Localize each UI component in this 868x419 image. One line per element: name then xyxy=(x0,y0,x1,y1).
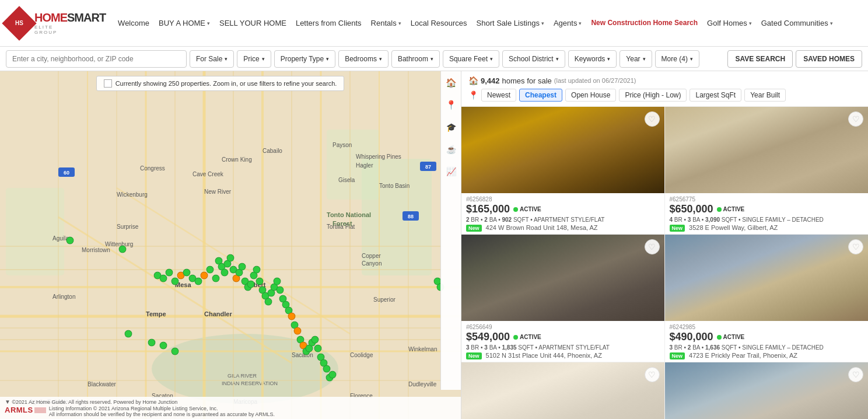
listing-id-2: #6256649 xyxy=(466,324,660,330)
listing-info-1: #6256775 $650,000 ACTIVE 4 BR • 3 BA • 3… xyxy=(665,193,869,234)
listings-header: 🏠 9,442 homes for sale (last updated on … xyxy=(461,71,868,107)
listing-price-1: $650,000 xyxy=(670,203,713,215)
map-icon-coffee[interactable]: ☕ xyxy=(444,142,458,156)
listing-status-1: ACTIVE xyxy=(717,206,745,212)
filter-square-feet[interactable]: Square Feet▾ xyxy=(443,50,499,68)
sort-cheapest[interactable]: Cheapest xyxy=(519,89,562,102)
svg-text:Copper: Copper xyxy=(362,253,381,259)
listing-address-2: New 5102 N 31st Place Unit 444, Phoenix,… xyxy=(466,352,660,359)
listing-card-1[interactable]: ♡ #6256775 $650,000 ACTIVE 4 BR • 3 BA •… xyxy=(665,107,869,235)
svg-text:Dudleyville: Dudleyville xyxy=(408,381,437,387)
save-search-button[interactable]: SAVE SEARCH xyxy=(727,50,793,68)
listing-heart-3[interactable]: ♡ xyxy=(848,239,863,254)
svg-text:Canyon: Canyon xyxy=(362,260,382,267)
svg-text:88: 88 xyxy=(408,214,414,219)
nav-item-golf-homes[interactable]: Golf Homes▾ xyxy=(703,16,756,30)
listing-price-2: $549,000 xyxy=(466,331,510,343)
logo-text: HOME SMART ELITE GROUP xyxy=(34,11,106,35)
listing-info-3: #6242985 $490,000 ACTIVE 3 BR • 2 BA • 1… xyxy=(665,321,869,362)
sort-newest[interactable]: Newest xyxy=(481,89,516,102)
listing-address-1: New 3528 E Powell Way, Gilbert, AZ xyxy=(670,224,864,231)
svg-text:GILA RIVER: GILA RIVER xyxy=(228,373,257,379)
nav-item-short-sale[interactable]: Short Sale Listings▾ xyxy=(473,16,548,30)
map-notice: Currently showing 250 properties. Zoom i… xyxy=(0,76,440,91)
listing-heart-1[interactable]: ♡ xyxy=(848,111,863,127)
svg-text:Payson: Payson xyxy=(332,142,352,148)
listing-image-4: ♡ xyxy=(461,362,664,419)
sort-price-high-low[interactable]: Price (High - Low) xyxy=(619,89,687,102)
filter-property-type[interactable]: Property Type▾ xyxy=(274,50,335,68)
listings-count: 9,442 xyxy=(481,76,500,85)
svg-rect-5 xyxy=(6,188,64,275)
listing-id-1: #6256775 xyxy=(670,196,864,202)
svg-text:Hagler: Hagler xyxy=(356,162,373,169)
search-bar: For Sale▾ Price▾ Property Type▾ Bedrooms… xyxy=(0,47,868,71)
nav-item-agents[interactable]: Agents▾ xyxy=(550,16,586,30)
nav-item-sell-your-home[interactable]: SELL YOUR HOME xyxy=(215,16,290,30)
nav-item-welcome[interactable]: Welcome xyxy=(114,16,153,30)
nav-item-buy-a-home[interactable]: BUY A HOME▾ xyxy=(155,16,214,30)
listing-heart-4[interactable]: ♡ xyxy=(645,367,660,382)
map-icon-chart[interactable]: 📈 xyxy=(444,165,458,179)
map-container[interactable]: GILA RIVER INDIAN RESERVATION xyxy=(0,71,461,419)
listing-card-5[interactable]: ♡ #6256482 $429,900 ACTIVE xyxy=(665,362,869,419)
filter-for-sale[interactable]: For Sale▾ xyxy=(190,50,234,68)
filter-more[interactable]: More (4)▾ xyxy=(655,50,699,68)
svg-text:Congress: Congress xyxy=(140,165,165,172)
filter-bathroom[interactable]: Bathroom▾ xyxy=(391,50,440,68)
filter-school-district[interactable]: School District▾ xyxy=(502,50,565,68)
logo[interactable]: HS HOME SMART ELITE GROUP xyxy=(7,11,106,36)
nav-item-rentals[interactable]: Rentals▾ xyxy=(367,16,405,30)
listing-status-3: ACTIVE xyxy=(717,334,745,340)
nav-item-gated-communities[interactable]: Gated Communities▾ xyxy=(757,16,837,30)
main-content: GILA RIVER INDIAN RESERVATION xyxy=(0,71,868,419)
listing-status-2: ACTIVE xyxy=(513,334,541,340)
armls-logo: ARMLS xyxy=(5,406,46,414)
listing-address-3: New 4723 E Prickly Pear Trail, Phoenix, … xyxy=(670,352,864,359)
location-icon: 📍 xyxy=(468,90,478,100)
filter-bedrooms[interactable]: Bedrooms▾ xyxy=(338,50,388,68)
nav-item-new-construction[interactable]: New Construction Home Search xyxy=(587,16,702,29)
map-icon-location[interactable]: 📍 xyxy=(444,98,458,112)
filter-year[interactable]: Year▾ xyxy=(620,50,652,68)
svg-text:87: 87 xyxy=(425,164,431,170)
listing-image-1: ♡ xyxy=(665,107,869,193)
svg-text:Tempe: Tempe xyxy=(146,310,166,317)
map-notice-checkbox[interactable] xyxy=(104,79,112,88)
listing-heart-2[interactable]: ♡ xyxy=(645,239,660,254)
sort-year-built[interactable]: Year Built xyxy=(744,89,786,102)
listing-card-2[interactable]: ♡ #6256649 $549,000 ACTIVE 3 BR • 3 BA •… xyxy=(461,235,665,362)
filter-price[interactable]: Price▾ xyxy=(237,50,271,68)
nav-item-local-resources[interactable]: Local Resources xyxy=(407,16,471,30)
listing-card-0[interactable]: ♡ #6256828 $165,000 ACTIVE 2 BR • 2 BA •… xyxy=(461,107,665,235)
listing-price-3: $490,000 xyxy=(670,331,713,343)
listing-heart-0[interactable]: ♡ xyxy=(645,111,660,127)
listings-count-text: homes for sale xyxy=(502,76,552,85)
svg-text:Gilbert: Gilbert xyxy=(245,281,266,288)
saved-homes-button[interactable]: SAVED HOMES xyxy=(796,50,862,68)
filter-keywords[interactable]: Keywords▾ xyxy=(568,50,617,68)
main-nav: Welcome BUY A HOME▾ SELL YOUR HOME Lette… xyxy=(114,16,861,30)
listing-heart-5[interactable]: ♡ xyxy=(848,367,863,382)
svg-text:Tonto Basin: Tonto Basin xyxy=(379,183,410,189)
map-svg: GILA RIVER INDIAN RESERVATION xyxy=(0,71,461,419)
svg-text:Cabailo: Cabailo xyxy=(262,148,282,154)
svg-text:Morristown: Morristown xyxy=(82,247,110,253)
svg-text:Mesa: Mesa xyxy=(175,281,191,288)
listings-panel: 🏠 9,442 homes for sale (last updated on … xyxy=(461,71,868,419)
sort-largest-sqft[interactable]: Largest SqFt xyxy=(690,89,741,102)
sort-open-house[interactable]: Open House xyxy=(565,89,616,102)
home-icon-small: 🏠 xyxy=(468,76,478,85)
listings-count-row: 🏠 9,442 homes for sale (last updated on … xyxy=(468,76,861,85)
listings-grid: ♡ #6256828 $165,000 ACTIVE 2 BR • 2 BA •… xyxy=(461,107,868,419)
map-icon-school[interactable]: 🎓 xyxy=(444,120,458,134)
listing-card-4[interactable]: ♡ #6253298 $538,000 ACTIVE xyxy=(461,362,665,419)
listing-card-3[interactable]: ♡ #6242985 $490,000 ACTIVE 3 BR • 2 BA •… xyxy=(665,235,869,362)
search-input[interactable] xyxy=(6,50,187,68)
nav-item-letters-from-clients[interactable]: Letters from Clients xyxy=(292,16,366,30)
listing-details-3: 3 BR • 2 BA • 1,636 SQFT • SINGLE FAMILY… xyxy=(670,344,864,351)
map-icon-home[interactable]: 🏠 xyxy=(444,76,458,90)
svg-text:Winkelman: Winkelman xyxy=(408,346,437,352)
map-icon-panel: 🏠 📍 🎓 ☕ 📈 xyxy=(440,71,461,390)
listing-id-3: #6242985 xyxy=(670,324,864,330)
